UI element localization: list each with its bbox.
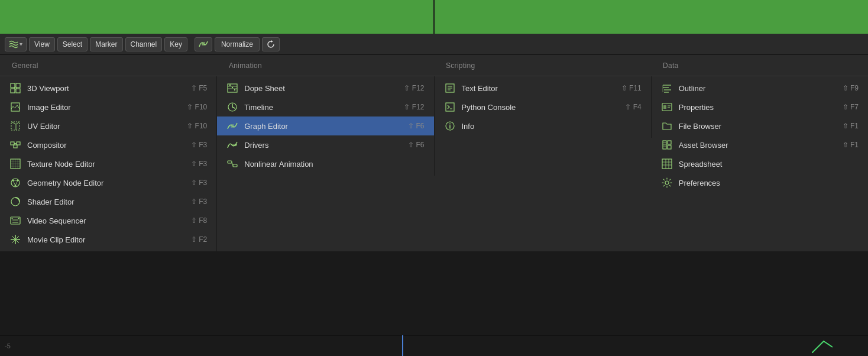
- select-menu-button[interactable]: Select: [57, 37, 88, 51]
- image-editor-shortcut: ⇧ F10: [187, 103, 207, 111]
- menu-item-text-editor[interactable]: Text Editor ⇧ F11: [435, 79, 651, 98]
- compositor-label: Compositor: [27, 141, 186, 150]
- menu-item-spreadsheet[interactable]: Spreadsheet: [652, 154, 868, 173]
- toolbar: ▾ View Select Marker Channel Key Normali…: [0, 34, 868, 55]
- menu-item-movie-clip-editor[interactable]: Movie Clip Editor ⇧ F2: [0, 230, 216, 249]
- svg-line-19: [15, 180, 18, 186]
- uv-editor-shortcut: ⇧ F10: [187, 122, 207, 130]
- svg-rect-8: [11, 142, 14, 145]
- menu-item-asset-browser[interactable]: Asset Browser ⇧ F1: [652, 135, 868, 154]
- nonlinear-animation-label: Nonlinear Animation: [244, 160, 419, 169]
- asset-browser-icon: [661, 139, 673, 151]
- menu-item-timeline[interactable]: Timeline ⇧ F12: [217, 98, 433, 116]
- svg-rect-61: [668, 145, 671, 149]
- animation-category-label: Animation: [229, 62, 262, 70]
- channel-menu-button[interactable]: Channel: [125, 37, 163, 51]
- svg-point-33: [229, 85, 231, 86]
- refresh-button[interactable]: [262, 37, 280, 51]
- data-items-col: Outliner ⇧ F9 Properties ⇧ F7: [652, 76, 868, 195]
- dope-sheet-label: Dope Sheet: [244, 84, 399, 93]
- graph-type-icon-button[interactable]: [195, 37, 212, 51]
- dope-sheet-shortcut: ⇧ F12: [404, 84, 424, 92]
- graph-editor-label: Graph Editor: [244, 122, 403, 131]
- movie-clip-editor-icon: [9, 234, 21, 245]
- outliner-shortcut: ⇧ F9: [843, 84, 859, 92]
- menu-item-texture-node-editor[interactable]: Texture Node Editor ⇧ F3: [0, 154, 216, 173]
- svg-point-35: [234, 89, 235, 90]
- svg-rect-59: [663, 141, 666, 149]
- menu-item-file-browser[interactable]: File Browser ⇧ F1: [652, 116, 868, 135]
- menu-item-3d-viewport[interactable]: 3D Viewport ⇧ F5: [0, 79, 216, 98]
- 3d-viewport-label: 3D Viewport: [27, 84, 186, 93]
- svg-rect-4: [16, 89, 20, 93]
- graph-editor-icon: [226, 120, 238, 132]
- scripting-items-col: Text Editor ⇧ F11 Python Console ⇧ F4: [435, 76, 652, 138]
- menu-item-properties[interactable]: Properties ⇧ F7: [652, 98, 868, 116]
- menu-item-outliner[interactable]: Outliner ⇧ F9: [652, 79, 868, 98]
- svg-point-22: [12, 218, 13, 219]
- key-menu-button[interactable]: Key: [164, 37, 187, 51]
- file-browser-label: File Browser: [679, 122, 838, 131]
- viewport-icon: [9, 82, 21, 94]
- normalize-label: Normalize: [221, 40, 253, 48]
- menu-item-compositor[interactable]: Compositor ⇧ F3: [0, 135, 216, 154]
- menu-item-shader-editor[interactable]: Shader Editor ⇧ F3: [0, 192, 216, 211]
- properties-shortcut: ⇧ F7: [843, 103, 859, 111]
- info-icon: [444, 120, 456, 132]
- preferences-icon: [661, 177, 673, 189]
- uv-editor-icon: [9, 120, 21, 132]
- properties-icon: [661, 101, 673, 113]
- drivers-label: Drivers: [244, 141, 403, 150]
- data-category-col: Data: [651, 59, 868, 72]
- menu-item-image-editor[interactable]: Image Editor ⇧ F10: [0, 98, 216, 116]
- spreadsheet-icon: [661, 158, 673, 170]
- menu-item-info[interactable]: Info: [435, 116, 651, 135]
- svg-rect-25: [12, 222, 18, 223]
- svg-rect-56: [663, 105, 666, 109]
- file-browser-shortcut: ⇧ F1: [843, 122, 859, 130]
- svg-rect-24: [12, 219, 18, 221]
- menu-item-drivers[interactable]: Drivers ⇧ F6: [217, 135, 433, 154]
- menu-item-graph-editor[interactable]: Graph Editor ⇧ F6: [217, 116, 433, 135]
- shader-editor-label: Shader Editor: [27, 198, 186, 206]
- scripting-category-label: Scripting: [446, 62, 475, 70]
- python-console-label: Python Console: [462, 103, 621, 112]
- data-category-label: Data: [663, 62, 679, 70]
- menu-item-geometry-node-editor[interactable]: Geometry Node Editor ⇧ F3: [0, 173, 216, 192]
- normalize-button[interactable]: Normalize: [215, 37, 260, 51]
- green-panel-left: [0, 0, 433, 34]
- menu-item-video-sequencer[interactable]: Video Sequencer ⇧ F8: [0, 211, 216, 230]
- info-label: Info: [462, 122, 637, 131]
- editor-type-button[interactable]: ▾: [5, 37, 27, 51]
- animation-items-col: Dope Sheet ⇧ F12 Timeline ⇧ F12: [217, 76, 434, 176]
- image-editor-label: Image Editor: [27, 103, 182, 112]
- svg-rect-45: [446, 103, 454, 111]
- video-sequencer-label: Video Sequencer: [27, 216, 186, 225]
- svg-line-40: [232, 162, 233, 166]
- editor-type-dropdown: General Animation Scripting Data: [0, 55, 868, 251]
- movie-clip-editor-label: Movie Clip Editor: [27, 235, 186, 244]
- asset-browser-label: Asset Browser: [679, 141, 838, 150]
- svg-rect-39: [233, 164, 237, 167]
- svg-rect-38: [228, 161, 232, 163]
- view-menu-button[interactable]: View: [29, 37, 55, 51]
- texture-node-editor-shortcut: ⇧ F3: [191, 160, 207, 168]
- uv-editor-label: UV Editor: [27, 122, 182, 131]
- shader-editor-shortcut: ⇧ F3: [191, 198, 207, 206]
- menu-item-preferences[interactable]: Preferences: [652, 173, 868, 192]
- svg-rect-9: [17, 142, 20, 145]
- menu-item-python-console[interactable]: Python Console ⇧ F4: [435, 98, 651, 116]
- svg-rect-3: [11, 89, 15, 93]
- marker-menu-button[interactable]: Marker: [90, 37, 122, 51]
- menu-item-uv-editor[interactable]: UV Editor ⇧ F10: [0, 116, 216, 135]
- asset-browser-shortcut: ⇧ F1: [843, 141, 859, 149]
- timeline-number: -5: [5, 342, 11, 349]
- compositor-icon: [9, 139, 21, 151]
- timeline-shortcut: ⇧ F12: [404, 103, 424, 111]
- green-panel-right: [435, 0, 868, 34]
- scripting-category-col: Scripting: [434, 59, 651, 72]
- menu-item-nonlinear-animation[interactable]: Nonlinear Animation: [217, 154, 433, 173]
- chevron-down-icon: ▾: [20, 41, 22, 47]
- menu-item-dope-sheet[interactable]: Dope Sheet ⇧ F12: [217, 79, 433, 98]
- preferences-label: Preferences: [679, 179, 854, 187]
